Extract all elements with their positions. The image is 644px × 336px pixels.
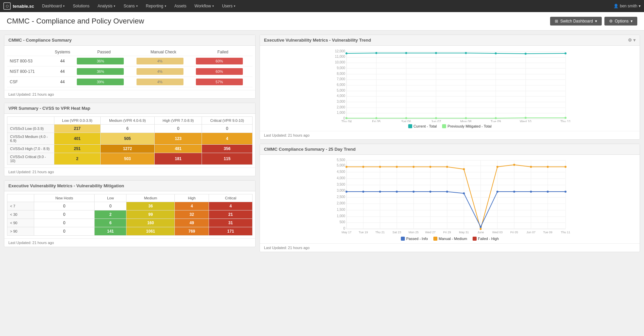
svg-point-41 [525, 53, 527, 55]
col-medium: Medium (VPR 4.0-6.9) [100, 117, 155, 125]
vuln-mitigation-footer: Last Updated: 21 hours ago [4, 238, 255, 247]
svg-text:11,000: 11,000 [335, 55, 345, 58]
col-critical: Critical (VPR 9.0-10) [202, 117, 253, 125]
gear-icon[interactable]: ⚙ ▾ [628, 38, 636, 43]
svg-point-44 [375, 117, 377, 119]
svg-text:1,500: 1,500 [337, 208, 345, 211]
table-row: < 7 0 0 36 4 4 [7, 202, 253, 210]
svg-point-46 [435, 117, 437, 119]
user-menu[interactable]: 👤 ben smith ▾ [613, 4, 641, 8]
vuln-trend-legend: Current - Total Previously Mitigated - T… [264, 124, 636, 128]
svg-text:June: June [477, 231, 484, 234]
logo-icon: ⬡ [3, 2, 11, 10]
row-new-hosts: 0 [34, 219, 95, 227]
chevron-down-icon: ▾ [136, 4, 138, 8]
svg-text:12,000: 12,000 [335, 49, 345, 53]
row-medium: 1272 [100, 145, 155, 153]
chevron-down-icon: ▾ [595, 19, 597, 23]
svg-point-38 [435, 52, 437, 54]
nav-solutions[interactable]: Solutions [69, 0, 93, 12]
row-high: 769 [175, 227, 209, 236]
nav-dashboard[interactable]: Dashboard ▾ [39, 0, 68, 12]
row-low: 217 [54, 125, 101, 133]
chevron-down-icon: ▾ [114, 4, 115, 8]
nav-assets[interactable]: Assets [171, 0, 190, 12]
row-name: > 90 [7, 227, 34, 236]
chevron-down-icon: ▾ [165, 4, 166, 8]
svg-point-102 [429, 166, 431, 168]
svg-text:Wed 27: Wed 27 [425, 231, 436, 234]
page-title: CMMC - Compliance and Policy Overview [7, 17, 144, 26]
legend-dot-manual [433, 237, 437, 241]
svg-point-118 [463, 192, 465, 194]
chevron-down-icon: ▾ [639, 4, 641, 8]
nav-reporting[interactable]: Reporting ▾ [143, 0, 170, 12]
svg-text:6,000: 6,000 [337, 83, 345, 87]
svg-text:8,000: 8,000 [337, 72, 345, 76]
svg-point-117 [446, 191, 448, 193]
svg-text:Fri 05: Fri 05 [510, 231, 518, 234]
row-critical: 21 [209, 210, 253, 219]
main-content: CMMC - Compliance Summary Systems Passed… [0, 31, 644, 256]
svg-text:Thu 21: Thu 21 [375, 231, 385, 234]
legend-dot-failed [473, 237, 477, 241]
col-systems: Systems [51, 48, 74, 56]
grid-icon: ⊞ [555, 19, 558, 23]
vuln-trend-footer: Last Updated: 21 hours ago [260, 131, 640, 139]
row-low: 6 [95, 219, 126, 227]
left-column: CMMC - Compliance Summary Systems Passed… [4, 35, 256, 252]
svg-point-120 [496, 191, 498, 193]
row-name: < 30 [7, 210, 34, 219]
svg-point-107 [513, 164, 515, 166]
vuln-trend-panel: Executive Vulnerability Metrics - Vulner… [260, 35, 640, 140]
row-new-hosts: 0 [34, 210, 95, 219]
row-low: 401 [54, 133, 101, 145]
vpr-summary-header: VPR Summary - CVSS to VPR Heat Map [4, 103, 255, 114]
right-column: Executive Vulnerability Metrics - Vulner… [260, 35, 640, 252]
nav-users[interactable]: Users ▾ [219, 0, 239, 12]
svg-text:2,000: 2,000 [337, 105, 345, 109]
svg-text:5,000: 5,000 [337, 163, 345, 167]
svg-point-112 [362, 191, 364, 193]
row-name: CVSSv3 Low (0-3.9) [7, 125, 54, 133]
row-critical: 115 [202, 153, 253, 165]
nav-workflow[interactable]: Workflow ▾ [191, 0, 217, 12]
svg-point-97 [345, 166, 347, 168]
col-medium: Medium [126, 194, 175, 202]
chevron-down-icon: ▾ [631, 19, 633, 23]
nav-scans[interactable]: Scans ▾ [120, 0, 141, 12]
row-low: 2 [54, 153, 101, 165]
chevron-down-icon: ▾ [234, 4, 235, 8]
row-name: < 7 [7, 202, 34, 210]
svg-text:10,000: 10,000 [335, 60, 345, 64]
svg-text:0: 0 [343, 227, 345, 230]
vuln-trend-header: Executive Vulnerability Metrics - Vulner… [260, 35, 640, 46]
svg-point-35 [345, 52, 347, 54]
row-high: 481 [155, 145, 202, 153]
svg-point-119 [480, 226, 482, 228]
switch-dashboard-button[interactable]: ⊞ Switch Dashboard ▾ [550, 17, 601, 26]
svg-point-37 [405, 52, 407, 54]
options-button[interactable]: ⚙ Options ▾ [604, 17, 637, 26]
svg-text:Mon 08: Mon 08 [460, 120, 472, 122]
row-critical: 0 [202, 125, 253, 133]
page-header: CMMC - Compliance and Policy Overview ⊞ … [0, 12, 644, 31]
row-name: < 90 [7, 219, 34, 227]
row-medium: 36 [126, 202, 175, 210]
nav-analysis[interactable]: Analysis ▾ [94, 0, 119, 12]
svg-point-36 [375, 52, 377, 54]
row-systems: 44 [51, 56, 74, 66]
col-low: Low [95, 194, 126, 202]
vmit-table: New Hosts Low Medium High Critical < 7 0… [7, 194, 253, 236]
svg-point-121 [513, 191, 515, 193]
row-systems: 44 [51, 66, 74, 77]
col-high: High (VPR 7.0-8.9) [155, 117, 202, 125]
svg-text:Sat 06: Sat 06 [401, 120, 411, 122]
row-critical: 4 [202, 133, 253, 145]
legend-manual: Manual - Medium [433, 237, 467, 241]
compliance-summary-panel: CMMC - Compliance Summary Systems Passed… [4, 35, 256, 99]
brand[interactable]: ⬡ tenable.sc [3, 2, 34, 10]
compliance-trend-chart: 0 500 1,000 1,500 2,000 2,500 3,000 3,50… [264, 157, 636, 235]
svg-text:Fri 29: Fri 29 [443, 231, 451, 234]
gear-icon: ⚙ [609, 19, 613, 23]
